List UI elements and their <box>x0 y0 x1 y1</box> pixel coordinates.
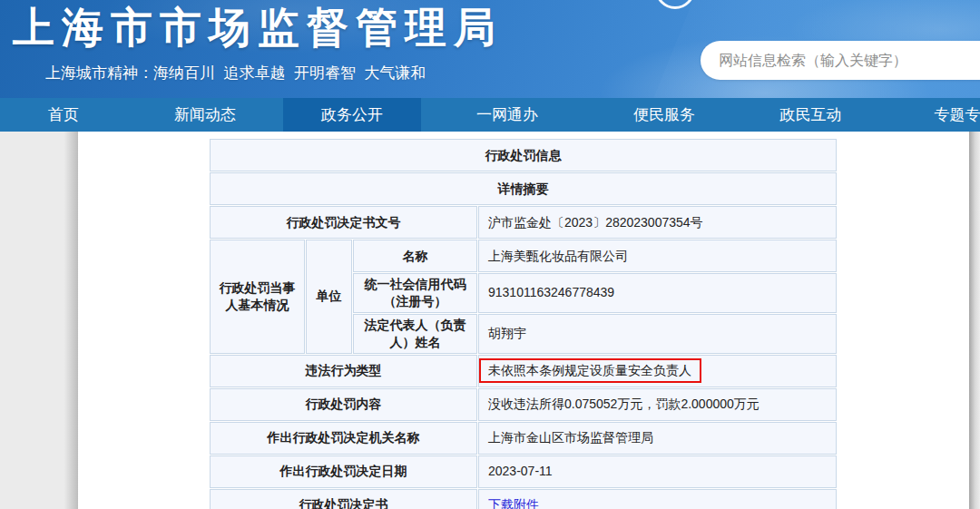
nav-item-public-service[interactable]: 便民服务 <box>593 98 735 132</box>
nav-item-gov-disclosure[interactable]: 政务公开 <box>283 98 421 132</box>
decision-doc-label: 行政处罚决定书 <box>210 489 477 509</box>
nav-item-home[interactable]: 首页 <box>0 98 127 132</box>
doc-no-value: 沪市监金处〔2023〕282023007354号 <box>478 206 837 239</box>
table-row: 行政处罚当事人基本情况 单位 名称 上海美甄化妆品有限公司 <box>210 240 837 272</box>
decision-date-label: 作出行政处罚决定日期 <box>210 455 477 488</box>
site-header: 上海市市场监督管理局 上海城市精神：海纳百川 追求卓越 开明睿智 大气谦和 <box>0 0 980 98</box>
penalty-content-value: 没收违法所得0.075052万元，罚款2.000000万元 <box>478 388 837 421</box>
table-row: 行政处罚决定书 下载附件 <box>210 489 837 509</box>
doc-no-label: 行政处罚决定书文号 <box>210 206 477 239</box>
party-section-label: 行政处罚当事人基本情况 <box>210 240 305 354</box>
table-row: 作出行政处罚决定机关名称 上海市金山区市场监督管理局 <box>210 422 837 455</box>
authority-value: 上海市金山区市场监督管理局 <box>478 422 837 455</box>
table-subtitle: 详情摘要 <box>210 172 837 205</box>
company-name-value: 上海美甄化妆品有限公司 <box>478 240 837 272</box>
table-row: 违法行为类型 未依照本条例规定设质量安全负责人 <box>210 355 837 387</box>
nav-item-public-interaction[interactable]: 政民互动 <box>735 98 887 132</box>
nav-item-news[interactable]: 新闻动态 <box>127 98 283 132</box>
violation-type-label: 违法行为类型 <box>210 355 477 387</box>
table-row: 行政处罚决定书文号 沪市监金处〔2023〕282023007354号 <box>210 206 837 239</box>
violation-type-highlight: 未依照本条例规定设质量安全负责人 <box>479 358 701 383</box>
penalty-info-table: 行政处罚信息 详情摘要 行政处罚决定书文号 沪市监金处〔2023〕2820230… <box>209 138 838 509</box>
search-input[interactable] <box>701 41 980 80</box>
content-area: 行政处罚信息 详情摘要 行政处罚决定书文号 沪市监金处〔2023〕2820230… <box>0 132 980 509</box>
credit-code-value: 913101163246778439 <box>478 273 837 313</box>
main-navbar: 首页 新闻动态 政务公开 一网通办 便民服务 政民互动 专题专栏 <box>0 98 980 132</box>
download-attachment-link[interactable]: 下载附件 <box>488 497 539 509</box>
table-row: 作出行政处罚决定日期 2023-07-11 <box>210 455 837 488</box>
legal-rep-label: 法定代表人（负责人）姓名 <box>353 314 477 354</box>
penalty-content-label: 行政处罚内容 <box>210 388 477 421</box>
authority-label: 作出行政处罚决定机关名称 <box>210 422 477 455</box>
company-name-label: 名称 <box>353 240 477 272</box>
table-row: 详情摘要 <box>210 172 837 205</box>
party-type-label: 单位 <box>306 240 352 354</box>
table-title: 行政处罚信息 <box>210 139 837 171</box>
emblem-arc-icon <box>655 0 695 9</box>
left-gutter <box>0 132 78 509</box>
violation-type-value: 未依照本条例规定设质量安全负责人 <box>478 355 837 387</box>
vertical-scrollbar[interactable] <box>969 132 980 509</box>
legal-rep-value: 胡翔宇 <box>478 314 837 354</box>
site-subtitle: 上海城市精神：海纳百川 追求卓越 开明睿智 大气谦和 <box>45 63 426 83</box>
nav-item-special-topics[interactable]: 专题专栏 <box>887 98 980 132</box>
table-row: 行政处罚内容 没收违法所得0.075052万元，罚款2.000000万元 <box>210 388 837 421</box>
decision-date-value: 2023-07-11 <box>478 455 837 488</box>
credit-code-label: 统一社会信用代码（注册号） <box>353 273 477 313</box>
decision-doc-value: 下载附件 <box>478 489 837 509</box>
table-row: 行政处罚信息 <box>210 139 837 171</box>
site-search-box[interactable] <box>701 41 980 80</box>
nav-item-one-stop-service[interactable]: 一网通办 <box>421 98 593 132</box>
site-title: 上海市市场监督管理局 <box>13 0 503 54</box>
